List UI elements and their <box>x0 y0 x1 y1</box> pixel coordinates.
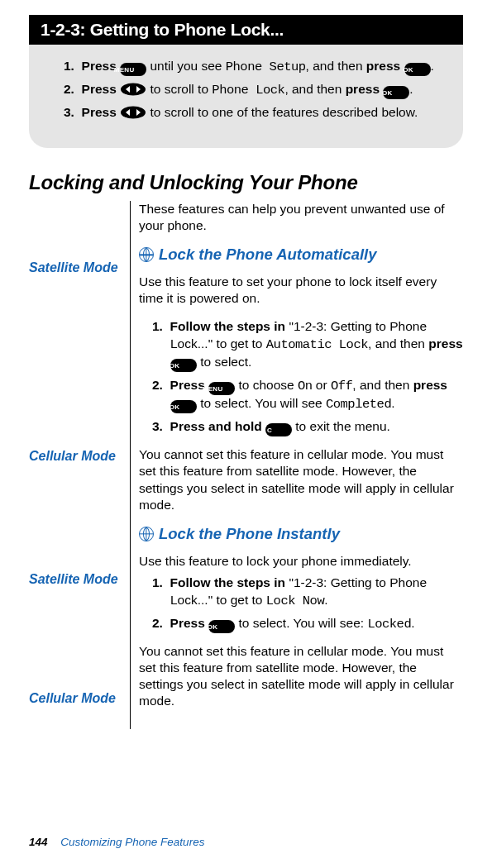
chapter-title: Customizing Phone Features <box>60 836 204 848</box>
mode-label-cellular-2: Cellular Mode <box>29 691 122 706</box>
list-item: 1. Follow the steps in "1-2-3: Getting t… <box>152 318 463 372</box>
list-item: 2. Press MENU to choose On or Off, and t… <box>152 377 463 413</box>
right-column: These features can help you prevent unwa… <box>130 201 463 730</box>
sat-body-2: Use this feature to lock your phone imme… <box>139 553 463 570</box>
svg-point-1 <box>121 107 146 119</box>
instruction-box: 1-2-3: Getting to Phone Lock... 1. Press… <box>29 15 463 148</box>
cell-body-2: You cannot set this feature in cellular … <box>139 643 463 710</box>
box-title: 1-2-3: Getting to Phone Lock... <box>29 15 463 45</box>
list-item: 2. Press OK to select. You will see: Loc… <box>152 615 463 633</box>
svg-point-0 <box>121 83 146 96</box>
page: 1-2-3: Getting to Phone Lock... 1. Press… <box>0 0 492 868</box>
globe-icon <box>139 247 154 262</box>
subheading-2: Lock the Phone Instantly <box>139 525 463 543</box>
section-heading: Locking and Unlocking Your Phone <box>29 171 463 194</box>
ok-icon: OK <box>208 620 235 633</box>
box-step-1: 1. Press MENU until you see Phone Setup,… <box>64 58 440 76</box>
mode-label-satellite-2: Satellite Mode <box>29 572 122 587</box>
globe-icon <box>139 527 154 541</box>
mode-label-satellite-1: Satellite Mode <box>29 260 122 275</box>
ok-icon: OK <box>404 63 431 76</box>
mode-label-cellular-1: Cellular Mode <box>29 449 122 464</box>
list-item: 1. Follow the steps in "1-2-3: Getting t… <box>152 575 463 610</box>
menu-icon: MENU <box>120 63 146 76</box>
subheading-1: Lock the Phone Automatically <box>139 246 463 264</box>
menu-icon: MENU <box>208 382 235 395</box>
scroll-icon <box>120 106 146 119</box>
cell-body-1: You cannot set this feature in cellular … <box>139 446 463 513</box>
c-icon: C <box>265 423 292 436</box>
steps-list-2: 1. Follow the steps in "1-2-3: Getting t… <box>144 575 463 633</box>
steps-list-1: 1. Follow the steps in "1-2-3: Getting t… <box>144 318 463 436</box>
list-item: 3. Press and hold C to exit the menu. <box>152 418 463 436</box>
page-number: 144 <box>29 836 48 848</box>
content-columns: Satellite Mode Cellular Mode Satellite M… <box>29 201 463 730</box>
sat-body-1: Use this feature to set your phone to lo… <box>139 274 463 307</box>
intro-text: These features can help you prevent unwa… <box>139 201 463 234</box>
scroll-icon <box>120 83 146 96</box>
box-body: 1. Press MENU until you see Phone Setup,… <box>29 45 463 148</box>
left-column: Satellite Mode Cellular Mode Satellite M… <box>29 201 130 730</box>
box-step-2: 2. Press to scroll to Phone Lock, and th… <box>64 81 440 99</box>
page-footer: 144 Customizing Phone Features <box>29 836 204 848</box>
ok-icon: OK <box>383 86 409 99</box>
box-step-3: 3. Press to scroll to one of the feature… <box>64 104 440 122</box>
ok-icon: OK <box>170 400 197 413</box>
ok-icon: OK <box>170 359 197 372</box>
